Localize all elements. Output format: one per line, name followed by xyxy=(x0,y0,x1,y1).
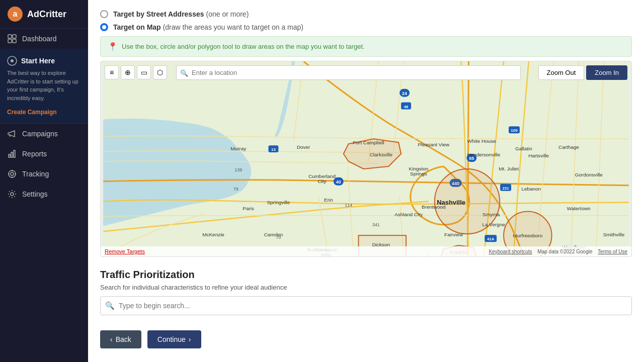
radio-map[interactable] xyxy=(100,23,108,31)
map-bottom-bar: Remove Targets Keyboard shortcuts Map da… xyxy=(101,246,631,256)
info-text: Use the box, circle and/or polygon tool … xyxy=(122,43,365,50)
svg-text:Ashland City: Ashland City xyxy=(394,212,423,217)
continue-button[interactable]: Continue › xyxy=(147,330,201,348)
svg-text:Clarksville: Clarksville xyxy=(370,152,393,157)
svg-text:Murray: Murray xyxy=(230,146,246,151)
map-attribution: Keyboard shortcuts Map data ©2022 Google… xyxy=(489,249,627,254)
traffic-section-title: Traffic Prioritization xyxy=(100,269,632,281)
svg-text:Springs: Springs xyxy=(410,171,427,176)
sidebar-item-dashboard[interactable]: Dashboard xyxy=(0,29,88,49)
sidebar-item-settings[interactable]: Settings xyxy=(0,184,88,204)
radio-street-address[interactable] xyxy=(100,10,108,18)
map-search-icon: 🔍 xyxy=(180,69,188,76)
sidebar-item-reports[interactable]: Reports xyxy=(0,144,88,164)
info-icon: 📍 xyxy=(108,42,118,51)
sidebar-item-tracking[interactable]: Tracking xyxy=(0,164,88,184)
sidebar-dashboard-label: Dashboard xyxy=(22,35,57,43)
logo-area: a AdCritter xyxy=(0,0,88,29)
zoom-in-button[interactable]: Zoom In xyxy=(586,65,627,80)
svg-text:Brentwood: Brentwood xyxy=(422,204,446,210)
start-here-label: Start Here xyxy=(21,57,55,65)
option2-label: Target on Map xyxy=(113,23,161,31)
svg-text:48: 48 xyxy=(404,105,409,109)
svg-text:Mt. Juliet: Mt. Juliet xyxy=(499,166,519,171)
action-bar: ‹ Back Continue › xyxy=(100,330,632,348)
map-zoom-buttons: Zoom Out Zoom In xyxy=(538,65,627,80)
traffic-section-desc: Search for individual characteristics to… xyxy=(100,284,632,291)
svg-point-11 xyxy=(9,170,16,177)
zoom-out-button[interactable]: Zoom Out xyxy=(538,65,585,80)
star-icon xyxy=(7,56,17,66)
svg-text:Lebanon: Lebanon xyxy=(521,186,541,192)
svg-text:Murfreesboro: Murfreesboro xyxy=(513,233,543,238)
terms-link[interactable]: Terms of Use xyxy=(598,249,627,254)
create-campaign-link[interactable]: Create Campaign xyxy=(7,109,57,116)
svg-text:Erin: Erin xyxy=(324,197,333,203)
svg-text:City: City xyxy=(317,178,326,184)
back-chevron-icon: ‹ xyxy=(110,335,113,343)
svg-text:McKenzie: McKenzie xyxy=(202,232,224,237)
sidebar-item-campaigns[interactable]: Campaigns xyxy=(0,124,88,144)
svg-text:Fort Campbell: Fort Campbell xyxy=(353,140,384,145)
svg-text:109: 109 xyxy=(511,128,518,133)
svg-text:139: 139 xyxy=(234,167,242,172)
chart-icon xyxy=(7,149,17,159)
option2-note: (draw the areas you want to target on a … xyxy=(163,23,303,31)
map-tool-rectangle[interactable]: ▭ xyxy=(137,65,151,79)
start-here-title-row: Start Here xyxy=(7,56,81,66)
svg-text:79: 79 xyxy=(233,187,238,192)
svg-text:Dover: Dover xyxy=(297,144,310,150)
svg-text:70: 70 xyxy=(276,235,281,240)
svg-text:Springville: Springville xyxy=(267,200,290,205)
svg-text:Smyrna: Smyrna xyxy=(482,212,500,217)
svg-text:La Vergne: La Vergne xyxy=(482,222,506,227)
traffic-search-container: 🔍 xyxy=(100,296,632,315)
svg-text:341: 341 xyxy=(372,222,380,227)
svg-point-17 xyxy=(11,193,14,196)
sidebar-start-here: Start Here The best way to explore AdCri… xyxy=(0,49,88,124)
targeting-option-street: Target by Street Addresses (one or more) xyxy=(100,10,632,18)
svg-text:Pleasant View: Pleasant View xyxy=(418,142,450,147)
option1-note: (one or more) xyxy=(206,10,249,18)
svg-rect-9 xyxy=(11,152,13,157)
traffic-search-icon: 🔍 xyxy=(105,301,115,310)
megaphone-icon xyxy=(7,129,17,139)
svg-rect-8 xyxy=(9,154,10,157)
map-svg: 24 65 40 440 48 109 231 41A 13 xyxy=(101,61,631,256)
svg-text:41A: 41A xyxy=(487,237,495,241)
svg-text:a: a xyxy=(13,10,18,18)
targeting-option-map: Target on Map (draw the areas you want t… xyxy=(100,23,632,31)
traffic-search-input[interactable] xyxy=(100,296,632,315)
svg-point-7 xyxy=(11,59,14,62)
keyboard-shortcuts-link[interactable]: Keyboard shortcuts xyxy=(489,249,532,254)
svg-text:Smithville: Smithville xyxy=(603,232,625,237)
sidebar-settings-label: Settings xyxy=(22,190,48,198)
map-tool-menu[interactable]: ≡ xyxy=(105,65,119,79)
start-here-description: The best way to explore AdCritter is to … xyxy=(7,69,81,102)
target-icon xyxy=(7,169,17,179)
map-data-text: Map data ©2022 Google xyxy=(537,249,592,254)
adcritter-logo-icon: a xyxy=(7,6,23,22)
svg-text:Hendersonville: Hendersonville xyxy=(467,152,500,157)
continue-chevron-icon: › xyxy=(189,335,191,343)
back-label: Back xyxy=(116,335,131,343)
remove-targets-button[interactable]: Remove Targets xyxy=(105,248,145,254)
sidebar: a AdCritter Dashboard Start Here The bes… xyxy=(0,0,88,362)
svg-rect-5 xyxy=(13,39,16,43)
svg-text:Paris: Paris xyxy=(243,206,254,211)
map-location-input[interactable] xyxy=(176,65,521,80)
svg-rect-3 xyxy=(13,35,16,38)
back-button[interactable]: ‹ Back xyxy=(100,330,141,348)
svg-text:Fairview: Fairview xyxy=(444,232,463,237)
svg-point-12 xyxy=(11,172,14,175)
main-content: Target by Street Addresses (one or more)… xyxy=(88,0,644,362)
svg-text:White House: White House xyxy=(467,138,496,144)
map-tool-circle[interactable]: ⊕ xyxy=(121,65,135,79)
svg-text:231: 231 xyxy=(502,186,509,191)
svg-rect-10 xyxy=(14,150,15,157)
option1-label: Target by Street Addresses xyxy=(113,10,204,18)
map-tool-polygon[interactable]: ⬡ xyxy=(153,65,167,79)
sidebar-campaigns-label: Campaigns xyxy=(22,130,58,138)
map-search-box: 🔍 xyxy=(176,65,521,80)
svg-rect-2 xyxy=(8,35,12,38)
